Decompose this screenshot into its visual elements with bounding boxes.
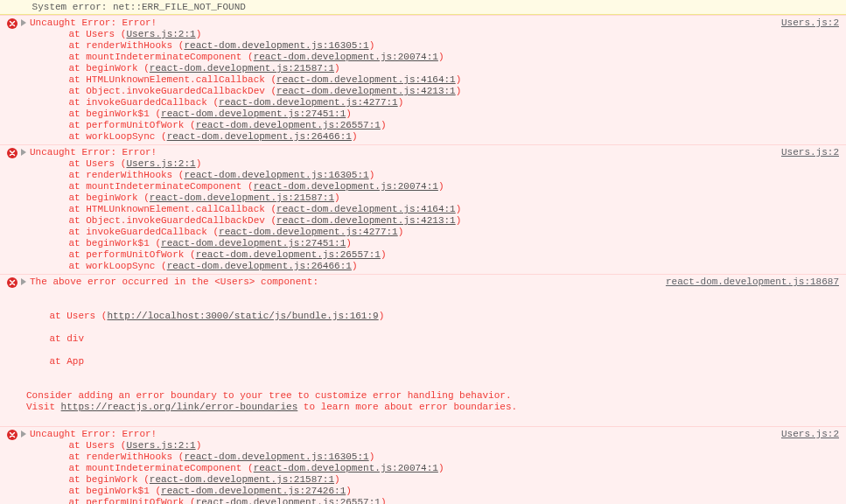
error-title: Uncaught Error: Error!: [30, 147, 781, 158]
error-title: Uncaught Error: Error!: [30, 429, 781, 439]
stack-frame: at Users (Users.js:2:1): [45, 158, 839, 170]
error-title: The above error occurred in the <Users> …: [30, 276, 666, 287]
stack-frame: at Users (Users.js:2:1): [45, 440, 839, 452]
stack-location-link[interactable]: react-dom.development.js:4213:1: [276, 215, 456, 226]
error-icon: [7, 430, 17, 440]
stack-location-link[interactable]: react-dom.development.js:4164:1: [276, 74, 456, 85]
stack-frame: at HTMLUnknownElement.callCallback (reac…: [45, 74, 839, 86]
stack-frame: at beginWork (react-dom.development.js:2…: [45, 474, 839, 486]
stack-location-link[interactable]: react-dom.development.js:26557:1: [196, 120, 381, 130]
stack-location-link[interactable]: react-dom.development.js:16305:1: [184, 40, 368, 51]
component-error-block: The above error occurred in the <Users> …: [0, 275, 846, 427]
source-link[interactable]: Users.js:2: [781, 18, 839, 28]
stack-frame: at mountIndeterminateComponent (react-do…: [45, 463, 839, 474]
stack-location-link[interactable]: react-dom.development.js:20074:1: [254, 52, 438, 62]
stack-frame: at invokeGuardedCallback (react-dom.deve…: [45, 97, 839, 108]
stack-frame: at beginWork (react-dom.development.js:2…: [45, 192, 839, 204]
stack-trace: at Users (Users.js:2:1) at renderWithHoo…: [7, 440, 839, 504]
stack-location-link[interactable]: react-dom.development.js:26557:1: [196, 249, 381, 260]
react-docs-link[interactable]: https://reactjs.org/link/error-boundarie…: [61, 402, 298, 412]
stack-location-link[interactable]: react-dom.development.js:27451:1: [161, 108, 346, 119]
stack-location-link[interactable]: react-dom.development.js:27426:1: [161, 486, 346, 496]
stack-frame: at beginWork$1 (react-dom.development.js…: [45, 108, 839, 120]
source-link[interactable]: react-dom.development.js:18687: [666, 276, 839, 287]
stack-frame: at beginWork$1 (react-dom.development.js…: [45, 486, 839, 497]
error-block: Uncaught Error: Error! Users.js:2 at Use…: [0, 427, 846, 504]
disclosure-triangle[interactable]: [21, 149, 26, 156]
stack-trace: at Users (Users.js:2:1) at renderWithHoo…: [7, 29, 839, 143]
source-link[interactable]: Users.js:2: [781, 429, 839, 439]
stack-frame: at Object.invokeGuardedCallbackDev (reac…: [45, 86, 839, 97]
stack-frame: at performUnitOfWork (react-dom.developm…: [45, 120, 839, 131]
stack-location-link[interactable]: react-dom.development.js:4164:1: [276, 204, 456, 214]
stack-location-link[interactable]: react-dom.development.js:4213:1: [276, 86, 456, 96]
error-block: Uncaught Error: Error! Users.js:2 at Use…: [0, 15, 846, 145]
stack-frame: at performUnitOfWork (react-dom.developm…: [45, 249, 839, 261]
stack-frame: at renderWithHooks (react-dom.developmen…: [45, 452, 839, 463]
stack-location-link[interactable]: react-dom.development.js:27451:1: [161, 238, 346, 248]
stack-frame: at workLoopSync (react-dom.development.j…: [45, 131, 839, 143]
stack-frame: at beginWork$1 (react-dom.development.js…: [45, 238, 839, 249]
stack-location-link[interactable]: react-dom.development.js:4277:1: [219, 97, 398, 108]
stack-frame: at renderWithHooks (react-dom.developmen…: [45, 170, 839, 181]
stack-frame: at mountIndeterminateComponent (react-do…: [45, 52, 839, 63]
stack-frame: at invokeGuardedCallback (react-dom.deve…: [45, 227, 839, 238]
error-icon: [7, 148, 17, 158]
bundle-link[interactable]: http://localhost:3000/static/js/bundle.j…: [107, 311, 378, 321]
stack-frame: at Object.invokeGuardedCallbackDev (reac…: [45, 215, 839, 227]
stack-location-link[interactable]: react-dom.development.js:26557:1: [196, 497, 381, 504]
stack-frame: at HTMLUnknownElement.callCallback (reac…: [45, 204, 839, 215]
stack-frame: at Users (Users.js:2:1): [45, 29, 839, 40]
stack-location-link[interactable]: react-dom.development.js:20074:1: [254, 181, 438, 192]
stack-location-link[interactable]: Users.js:2:1: [126, 158, 195, 169]
stack-frame: at performUnitOfWork (react-dom.developm…: [45, 497, 839, 504]
error-icon: [7, 277, 17, 288]
stack-frame: at mountIndeterminateComponent (react-do…: [45, 181, 839, 192]
disclosure-triangle[interactable]: [21, 19, 26, 26]
system-error-line: System error: net::ERR_FILE_NOT_FOUND: [0, 0, 846, 15]
disclosure-triangle[interactable]: [21, 278, 26, 285]
stack-location-link[interactable]: react-dom.development.js:21587:1: [150, 63, 334, 74]
error-icon: [7, 18, 17, 29]
error-title: Uncaught Error: Error!: [30, 18, 781, 28]
component-error-body: at Users (http://localhost:3000/static/j…: [7, 288, 839, 424]
stack-location-link[interactable]: react-dom.development.js:21587:1: [150, 474, 334, 485]
stack-location-link[interactable]: react-dom.development.js:4277:1: [219, 227, 398, 237]
stack-location-link[interactable]: Users.js:2:1: [126, 440, 195, 451]
stack-location-link[interactable]: Users.js:2:1: [126, 29, 195, 39]
source-link[interactable]: Users.js:2: [781, 147, 839, 158]
stack-location-link[interactable]: react-dom.development.js:20074:1: [254, 463, 438, 473]
stack-location-link[interactable]: react-dom.development.js:26466:1: [167, 261, 352, 271]
stack-location-link[interactable]: react-dom.development.js:16305:1: [184, 452, 368, 462]
error-block: Uncaught Error: Error! Users.js:2 at Use…: [0, 145, 846, 275]
stack-frame: at renderWithHooks (react-dom.developmen…: [45, 40, 839, 52]
stack-frame: at workLoopSync (react-dom.development.j…: [45, 261, 839, 272]
stack-location-link[interactable]: react-dom.development.js:16305:1: [184, 170, 368, 180]
stack-location-link[interactable]: react-dom.development.js:21587:1: [150, 192, 334, 203]
stack-frame: at beginWork (react-dom.development.js:2…: [45, 63, 839, 74]
stack-location-link[interactable]: react-dom.development.js:26466:1: [167, 131, 352, 142]
stack-trace: at Users (Users.js:2:1) at renderWithHoo…: [7, 158, 839, 272]
disclosure-triangle[interactable]: [21, 430, 26, 438]
